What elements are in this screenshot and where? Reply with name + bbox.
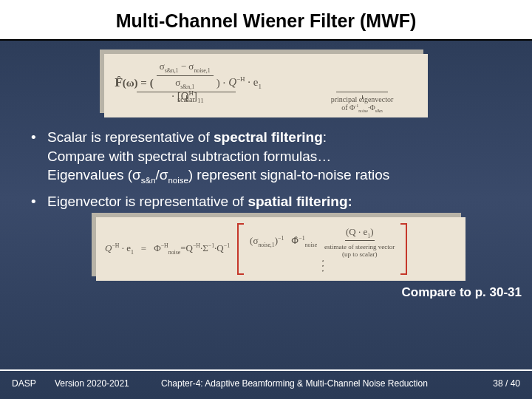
bullet-2: Eigenvector is representative of spatial…: [47, 192, 502, 211]
footer-chapter: Chapter-4: Adaptive Beamforming & Multi-…: [161, 378, 476, 389]
equation-2: Q−H · e1 = Φ−Hnoise=Q−H·Σ−1·Q−1 (σnoise,…: [96, 217, 466, 281]
bullet-list: Scalar is representative of spectral fil…: [0, 128, 532, 211]
equation-1: F̂(ω) = ( σs&n,1 − σnoise,1 σs&n,1 · [QH…: [104, 54, 428, 117]
slide: Multi-Channel Wiener Filter (MWF) F̂(ω) …: [0, 0, 532, 399]
matrix: (σnoise,1)−1 Φ̂−1noise (Q · e1) estimate…: [237, 223, 407, 275]
bullet-1: Scalar is representative of spectral fil…: [47, 128, 502, 186]
footer-page: 38 / 40: [476, 378, 520, 389]
footer-dasp: DASP: [12, 378, 55, 389]
footer: DASP Version 2020-2021 Chapter-4: Adapti…: [0, 369, 532, 399]
footer-version: Version 2020-2021: [55, 378, 161, 389]
compare-note: Compare to p. 30-31: [0, 281, 532, 300]
page-title: Multi-Channel Wiener Filter (MWF): [0, 0, 532, 41]
